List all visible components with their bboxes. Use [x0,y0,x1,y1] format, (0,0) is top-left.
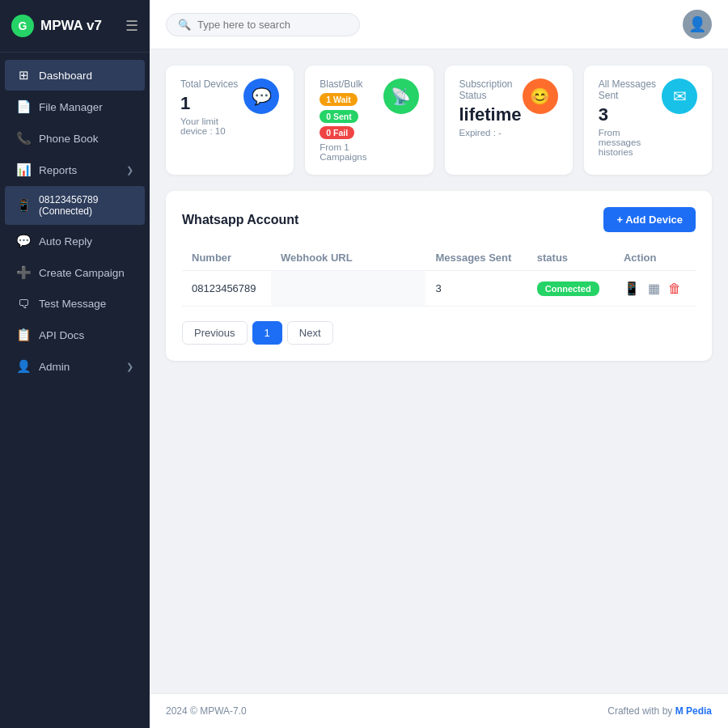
cell-messages-sent: 3 [425,271,527,307]
sidebar-item-label: Auto Reply [39,235,92,248]
stat-icon: 📡 [383,78,419,114]
section-header: Whatsapp Account + Add Device [182,207,696,232]
sidebar-item-test-message[interactable]: 🗨 Test Message [5,289,145,319]
badge-sent: 0 Sent [320,110,358,123]
stat-sub: From messages histories [599,128,662,157]
stat-label: Total Devices [180,78,243,90]
smiley-icon: 😊 [530,87,550,106]
sidebar-item-phone-book[interactable]: 📞 Phone Book [5,123,145,154]
broadcast-icon: 📡 [391,87,411,106]
sidebar-item-api-docs[interactable]: 📋 API Docs [5,320,145,350]
stat-label: Subscription Status [459,78,523,101]
search-icon: 🔍 [178,19,191,31]
test-message-icon: 🗨 [16,297,31,311]
stat-sub: Your limit device : 10 [180,116,243,136]
next-button[interactable]: Next [287,321,333,345]
sidebar-item-create-campaign[interactable]: ➕ Create Campaign [5,257,145,288]
table-row: 08123456789 3 Connected 📱 ▦ 🗑 [182,271,696,307]
create-campaign-icon: ➕ [16,265,31,280]
footer: 2024 © MPWA-7.0 Crafted with by M Pedia [150,693,728,728]
add-device-button[interactable]: + Add Device [603,207,696,232]
sidebar-item-label: Create Campaign [39,267,125,279]
stat-value: 3 [599,104,662,125]
sidebar-item-label: 08123456789 (Connected) [39,194,133,217]
avatar: 👤 [683,10,712,39]
sidebar-item-device-connected[interactable]: 📱 08123456789 (Connected) [5,186,145,225]
sidebar-item-label: Admin [39,361,70,373]
sidebar-item-label: Reports [39,164,77,176]
chevron-down-icon: ❯ [126,362,133,372]
footer-link[interactable]: M Pedia [675,705,712,717]
col-action: Action [614,245,696,271]
stat-card-total-devices: Total Devices 1 Your limit device : 10 💬 [166,66,294,175]
col-messages-sent: Messages Sent [425,245,527,271]
app-title: MPWA v7 [40,18,102,34]
table-header: Number Webhook URL Messages Sent status … [182,245,696,271]
qr-code-icon[interactable]: ▦ [648,281,660,296]
sidebar-logo: G MPWA v7 [11,15,102,37]
footer-crafted-text: Crafted with by [607,705,675,717]
whatsapp-account-section: Whatsapp Account + Add Device Number Web… [166,191,712,361]
stat-card-left: Total Devices 1 Your limit device : 10 [180,78,243,136]
logo-icon: G [11,15,34,37]
badge-fail: 0 Fail [320,126,354,139]
page-1-button[interactable]: 1 [252,321,282,345]
stat-sub: Expired : - [459,128,523,138]
whatsapp-table: Number Webhook URL Messages Sent status … [182,245,696,307]
sidebar-item-label: File Manager [39,101,103,113]
sidebar-item-reports[interactable]: 📊 Reports ❯ [5,154,145,185]
col-number: Number [182,245,271,271]
section-title: Whatsapp Account [182,213,298,227]
sidebar-item-label: Dashboard [39,70,92,82]
topbar: 🔍 👤 [150,0,728,49]
sidebar-item-dashboard[interactable]: ⊞ Dashboard [5,60,145,91]
delete-icon[interactable]: 🗑 [668,281,681,296]
cell-action: 📱 ▦ 🗑 [614,271,696,307]
footer-crafted: Crafted with by M Pedia [607,705,712,717]
chevron-down-icon: ❯ [126,165,133,176]
mobile-icon[interactable]: 📱 [624,281,640,296]
stat-label: All Messages Sent [599,78,662,101]
stat-icon: 💬 [243,78,279,114]
col-status: status [527,245,614,271]
sidebar-header: G MPWA v7 ☰ [0,0,150,53]
action-icons: 📱 ▦ 🗑 [624,281,686,296]
stat-card-subscription: Subscription Status lifetime Expired : -… [445,66,573,175]
search-input[interactable] [197,19,348,31]
sidebar-item-file-manager[interactable]: 📄 File Manager [5,91,145,122]
status-badge: Connected [537,281,599,296]
cell-webhook [271,271,425,307]
hamburger-button[interactable]: ☰ [125,17,138,35]
stat-icon: 😊 [523,78,558,114]
auto-reply-icon: 💬 [16,234,31,248]
stat-card-blast-bulk: Blast/Bulk 1 Wait 0 Sent 0 Fail From 1 C… [305,66,433,175]
blast-badges-row2: 0 Fail [320,126,383,139]
sidebar-item-admin[interactable]: 👤 Admin ❯ [5,351,145,382]
table-body: 08123456789 3 Connected 📱 ▦ 🗑 [182,271,696,307]
admin-icon: 👤 [16,359,31,374]
sidebar: G MPWA v7 ☰ ⊞ Dashboard 📄 File Manager 📞… [0,0,150,728]
badge-wait: 1 Wait [320,93,358,106]
stat-icon: ✉ [662,78,697,114]
pagination: Previous 1 Next [182,321,696,345]
stat-card-left: All Messages Sent 3 From messages histor… [599,78,662,157]
sidebar-nav: ⊞ Dashboard 📄 File Manager 📞 Phone Book … [0,53,150,728]
reports-icon: 📊 [16,163,31,177]
sidebar-item-label: Phone Book [39,133,99,145]
blast-badges: 1 Wait 0 Sent [320,93,383,123]
previous-button[interactable]: Previous [182,321,248,345]
device-icon: 📱 [16,198,31,213]
stats-row: Total Devices 1 Your limit device : 10 💬 [166,66,712,175]
cell-status: Connected [527,271,614,307]
sidebar-item-label: API Docs [39,329,84,341]
stat-card-left: Subscription Status lifetime Expired : - [459,78,523,138]
stat-sub: From 1 Campaigns [320,142,383,162]
content-area: Total Devices 1 Your limit device : 10 💬 [150,49,728,693]
message-icon: ✉ [673,87,687,106]
sidebar-item-auto-reply[interactable]: 💬 Auto Reply [5,226,145,256]
search-bar[interactable]: 🔍 [166,13,360,36]
stat-card-messages-sent: All Messages Sent 3 From messages histor… [584,66,712,175]
phone-book-icon: 📞 [16,131,31,146]
topbar-right: 👤 [683,10,712,39]
stat-card-left: Blast/Bulk 1 Wait 0 Sent 0 Fail From 1 C… [320,78,383,162]
